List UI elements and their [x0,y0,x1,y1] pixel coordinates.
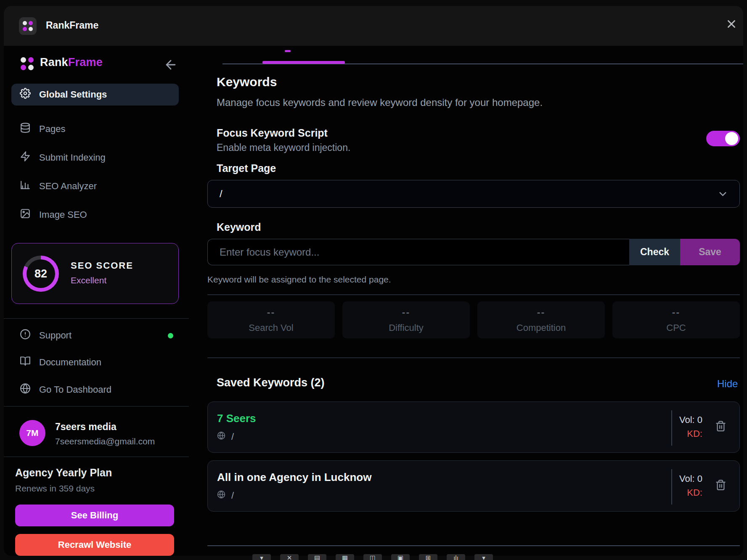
stat-card-competition: -- Competition [477,301,605,338]
screen: RankFrame RankFrame Global Settings P [0,0,747,560]
strip-tile-icon[interactable]: ▾ [252,554,271,560]
globe-icon [217,490,225,501]
keyword-label: Keyword [217,221,261,233]
stat-value: -- [267,307,275,318]
zap-icon [20,151,31,164]
saved-keywords-title: Saved Keywords (2) [217,376,325,389]
sidebar-item-go-to-dashboard[interactable]: Go To Dashboard [20,381,111,398]
saved-keyword-name: 7 Seers [217,412,256,425]
saved-keyword-page: / [217,490,234,501]
sidebar-item-label: Go To Dashboard [39,384,111,395]
keyword-difficulty: KD: [641,428,702,439]
strip-tile-icon[interactable]: ⊞ [419,554,437,560]
support-status-dot [168,333,173,338]
hide-link[interactable]: Hide [717,378,738,390]
app-window: RankFrame RankFrame Global Settings P [4,6,743,556]
book-open-icon [20,356,31,369]
divider [207,545,740,546]
sidebar-item-image-seo[interactable]: Image SEO [20,206,87,223]
brand-primary: Rank [40,56,68,69]
check-button[interactable]: Check [629,239,680,265]
sidebar-item-seo-analyzer[interactable]: SEO Analyzer [20,178,97,195]
collapse-sidebar-icon[interactable] [164,58,178,74]
globe-icon [20,383,31,396]
image-icon [20,208,31,222]
save-button[interactable]: Save [680,239,740,265]
sidebar-item-support[interactable]: Support [20,327,72,344]
logo-dot [28,57,34,63]
toggle-knob [725,132,738,145]
stat-label: Difficulty [389,322,424,333]
plan-renewal: Renews in 359 days [15,483,95,494]
stat-label: Search Vol [249,322,293,333]
divider [4,318,189,319]
strip-tile-icon[interactable]: ▤ [308,554,326,560]
main-panel: Keywords Manage focus keywords and revie… [189,46,743,556]
brand-secondary: Frame [68,56,103,69]
stat-card-cpc: -- CPC [612,301,740,338]
sidebar: RankFrame Global Settings Pages Submit I… [4,46,189,556]
alert-circle-icon [20,329,31,342]
keyword-helper-text: Keyword will be assigned to the selected… [207,275,391,285]
divider [4,457,189,457]
user-email: 7seersmedia@gmail.com [55,436,155,446]
focus-script-toggle[interactable] [706,131,740,146]
sidebar-brand: RankFrame [40,56,103,69]
page-path: / [231,490,234,501]
trash-icon[interactable] [715,479,726,492]
strip-tile-icon[interactable]: ▦ [336,554,354,560]
title-bar: RankFrame [4,6,743,46]
seo-score-value: 82 [26,259,55,288]
plan-name: Agency Yearly Plan [15,467,112,479]
database-icon [20,122,31,136]
active-tab-indicator[interactable] [262,61,345,64]
sidebar-item-submit-indexing[interactable]: Submit Indexing [20,149,106,166]
sidebar-item-pages[interactable]: Pages [20,121,65,137]
strip-tile-icon[interactable]: ▣ [391,554,410,560]
saved-keyword-name: All in one Agency in Lucknow [217,471,371,484]
logo-dot [23,27,27,31]
app-logo-icon [19,17,37,35]
saved-keyword-card: 7 Seers / Vol: 0 KD: [207,402,740,453]
strip-tile-icon[interactable]: ▾ [474,554,493,560]
trash-icon[interactable] [715,420,726,433]
sidebar-item-label: Documentation [39,357,101,368]
seo-score-ring: 82 [23,256,59,292]
page-title: Keywords [217,75,277,89]
stat-label: Competition [517,322,566,333]
gear-icon [20,88,31,101]
sidebar-item-label: Global Settings [39,89,107,100]
sidebar-item-label: Image SEO [39,209,87,220]
sidebar-item-label: SEO Analyzer [39,181,97,192]
sidebar-item-documentation[interactable]: Documentation [20,354,101,371]
sidebar-item-global-settings[interactable]: Global Settings [11,84,179,106]
seo-score-card: 82 SEO SCORE Excellent [11,243,179,304]
keyword-volume: Vol: 0 [641,473,702,484]
close-icon[interactable] [725,18,738,32]
page-subtitle: Manage focus keywords and review keyword… [217,97,543,108]
avatar[interactable]: 7M [19,420,45,446]
bar-chart-icon [20,180,31,193]
keyword-volume: Vol: 0 [641,415,702,425]
logo-dot [29,21,33,25]
keyword-input[interactable] [207,239,629,265]
seo-score-status: Excellent [71,275,106,285]
target-page-select[interactable]: / [207,180,740,208]
divider [207,294,740,295]
divider [4,406,189,407]
stat-card-difficulty: -- Difficulty [342,301,470,338]
recrawl-website-button[interactable]: Recrawl Website [15,534,174,556]
see-billing-button[interactable]: See Billing [15,505,174,526]
logo-dot [21,65,26,70]
chevron-down-icon [717,188,728,202]
logo-dot [23,21,27,25]
focus-script-description: Enable meta keyword injection. [217,142,350,153]
window-title: RankFrame [46,20,98,31]
sidebar-item-label: Support [39,330,72,341]
strip-tile-icon[interactable]: ◫ [363,554,382,560]
strip-tile-icon[interactable]: ✕ [280,554,299,560]
saved-keyword-page: / [217,431,234,442]
logo-dot [28,65,34,70]
strip-tile-icon[interactable]: ılı [447,554,465,560]
user-name: 7seers media [55,421,117,433]
